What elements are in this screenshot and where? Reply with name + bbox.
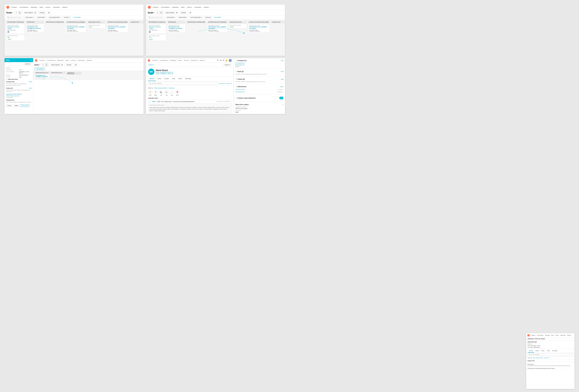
kanban-card-r4[interactable]: INACTIVE FOR 14 DAYS Bonjour: [229, 24, 247, 28]
nav-service-4[interactable]: Service ▾: [183, 60, 190, 61]
tab-activity[interactable]: Activity: [148, 77, 156, 81]
activity-header-0[interactable]: ▼ Email Email - RE: Jonathan Doe - Garan…: [148, 100, 231, 103]
search-input-1[interactable]: 🔍 Search name or desc...: [6, 16, 23, 18]
about-contact-header[interactable]: About this contact ✏: [235, 104, 284, 105]
close-icon[interactable]: ×: [30, 59, 31, 61]
tickets-add-right[interactable]: + Add: [280, 78, 284, 80]
pipeline-select-2[interactable]: Sales Pipeline: [164, 11, 178, 14]
breadcrumb-contacts-link[interactable]: Contacts: [148, 64, 153, 65]
action-call[interactable]: 📞 Call: [159, 90, 163, 96]
nav-marketing-2[interactable]: Marketing ▾: [171, 6, 180, 8]
attachment-link-0[interactable]: 20210911123189...: [235, 89, 246, 90]
action-note[interactable]: 📝 Note: [148, 90, 152, 96]
nav-conversations-3[interactable]: Conversations ▾: [46, 60, 56, 61]
company-add-right[interactable]: + Add: [280, 60, 284, 61]
tab-meetings[interactable]: Meetings: [184, 77, 193, 81]
deal-owner-filter[interactable]: Deal owner ▾: [24, 16, 35, 18]
association-email[interactable]: raffaella.grajam.group@...: [6, 95, 31, 96]
deal-owner-filter-2[interactable]: Deal owner ▾: [166, 16, 176, 18]
board-view-btn-2[interactable]: ⊞: [159, 11, 163, 14]
nav-sales-3[interactable]: Sales ▾: [65, 60, 70, 61]
kanban-card-r3[interactable]: INACTIVE FOR 14 DAYS RECHERCHE D'UN LOGE…: [207, 24, 227, 33]
kanban-card-5[interactable]: INACTIVE FOR 14 DAYS RECHERCHE D'UN LOGE…: [107, 24, 128, 33]
collapse-all-btn[interactable]: Collapse all: [225, 83, 232, 84]
more-filters-3[interactable]: + More filters: [34, 68, 45, 70]
last-activity-filter[interactable]: Last activity date ▾: [48, 16, 62, 18]
expand-all-btn[interactable]: Expand all: [219, 83, 224, 84]
contact-email[interactable]: mario.rossi@lorem-ipsum.ch: [156, 71, 173, 73]
board-view-btn[interactable]: ⊞: [18, 11, 21, 14]
about-deal-header[interactable]: ▼ About this deal: [6, 78, 31, 80]
attachments-toggle[interactable]: ▼: [235, 86, 237, 87]
kanban-card-r5[interactable]: INACTIVE FOR 14 DAYS RECHERCHE D'UN LOGE…: [248, 24, 270, 33]
nav-contacts-4[interactable]: Contacts ▾: [151, 60, 159, 61]
nav-sales-2[interactable]: Sales ▾: [180, 6, 186, 8]
all-deals-select-2[interactable]: All deals: [179, 11, 192, 14]
kanban-card-3[interactable]: INACTIVE FOR 14 DAYS RECHERCHE D'UN LOGE…: [66, 24, 86, 33]
attachment-close-0[interactable]: ×: [283, 89, 284, 90]
deals-add-right[interactable]: + Add: [280, 71, 284, 72]
nav-sales-4[interactable]: Sales ▾: [177, 60, 183, 61]
all-deals-select-3[interactable]: All deals: [65, 64, 77, 66]
nav-automation-2[interactable]: Automation ▾: [193, 6, 203, 8]
company-toggle[interactable]: ▼: [235, 60, 237, 61]
pipeline-select-3[interactable]: Sales Pipeline: [50, 64, 63, 66]
nav-reports-4[interactable]: Reports ▾: [199, 60, 205, 61]
tab-emails[interactable]: Emails: [163, 77, 170, 81]
amount-filter[interactable]: Amount ▾: [63, 16, 71, 18]
list-view-btn-2[interactable]: ☰: [156, 11, 159, 14]
all-deals-select-1[interactable]: All deals: [38, 11, 50, 14]
kanban-card-4[interactable]: INACTIVE FOR 14 DAYS Bonjour: [87, 24, 105, 28]
attachment-link-1[interactable]: 20210824164757...: [235, 91, 246, 93]
delete-btn[interactable]: Delete: [13, 104, 19, 107]
more-filters-2[interactable]: + More filters: [213, 17, 221, 18]
contact-company-link[interactable]: mario.rossi@lorem-ipsum.ch: [156, 73, 173, 74]
pipeline-select-1[interactable]: Sales Pipeline: [23, 11, 36, 14]
nav-conversations[interactable]: Conversations ▾: [19, 6, 30, 8]
user-avatar-nav[interactable]: U: [229, 59, 232, 62]
search-icon-nav[interactable]: 🔍: [217, 60, 219, 61]
nav-sales[interactable]: Sales ▾: [39, 6, 45, 8]
nav-reports-2[interactable]: Reports ▾: [203, 6, 210, 8]
board-view-btn-3[interactable]: ⊞: [45, 64, 48, 66]
kanban-card-r1[interactable]: INACTIVE FOR 5 DAYS Test Bonjour: [148, 34, 166, 41]
grid-icon-nav[interactable]: ⊞: [220, 60, 221, 61]
search-input-2[interactable]: 🔍 Search name or desc...: [148, 16, 165, 18]
nav-conversations-2[interactable]: Conversations ▾: [160, 6, 171, 8]
tab-notes[interactable]: Notes: [156, 77, 163, 81]
nav-marketing-4[interactable]: Marketing ▾: [169, 60, 177, 61]
nav-marketing-3[interactable]: Marketing ▾: [57, 60, 64, 61]
create-btn[interactable]: Create: [6, 104, 12, 107]
last-activity-filter-2[interactable]: Last activity date ▾: [189, 16, 203, 18]
contact-actions-btn[interactable]: Actions ▾: [223, 64, 231, 66]
help-btn[interactable]: Help: [279, 97, 284, 99]
company-name-link[interactable]: lorem.ipsum.ch: [235, 62, 284, 64]
nav-automation-3[interactable]: Automation ▾: [77, 60, 86, 61]
nav-service[interactable]: Service ▾: [45, 6, 52, 8]
nav-marketing[interactable]: Marketing ▾: [30, 6, 38, 8]
company-link2[interactable]: lorem.ipsum.ch: [235, 64, 284, 65]
company-add-link[interactable]: + Add: [28, 81, 31, 82]
list-view-btn-3[interactable]: ☰: [41, 64, 45, 66]
amount-filter-2[interactable]: Amount ▾: [204, 16, 213, 18]
attachment-close-1[interactable]: ×: [283, 91, 284, 93]
nav-automation[interactable]: Automation ▾: [52, 6, 61, 8]
activity-header-1[interactable]: ▶ Merge Merge 1 set 2021 at 10:56 GMT+2: [148, 114, 231, 114]
association-link[interactable]: Association Basel Reports: [6, 93, 31, 95]
kanban-card-2[interactable]: INACTIVE FOR 14 DAYS RECHERCHE D'UN LOGE…: [26, 24, 44, 33]
action-task[interactable]: ✓ Task: [170, 90, 174, 96]
attachments-add-right[interactable]: Add ▾: [280, 86, 284, 87]
nav-contacts[interactable]: Contacts ▾: [10, 6, 18, 8]
tickets-toggle[interactable]: ▼: [235, 78, 237, 80]
attribution-toggle[interactable]: ▼: [235, 97, 237, 99]
filter-activity-link[interactable]: Filter activity (19/22) ▾: [154, 87, 168, 89]
kanban-card-r0[interactable]: INACTIVE FOR 14 DAYS Admission / Prise d…: [148, 24, 166, 34]
tickets-add-link[interactable]: + Add: [28, 87, 31, 89]
kanban-card-0[interactable]: INACTIVE FOR 14 DAYS Admission / Prise d…: [6, 24, 25, 34]
kanban-card-r2[interactable]: INACTIVE FOR 14 DAYS RECHERCHE D'UN LOGE…: [167, 24, 185, 33]
nav-reports-3[interactable]: Reports ▾: [86, 60, 93, 61]
create-date-filter[interactable]: Create date ▾: [36, 16, 47, 18]
deals-toggle[interactable]: ▼: [235, 71, 237, 72]
nav-service-2[interactable]: Service ▾: [186, 6, 193, 8]
tab-calls[interactable]: Calls: [170, 77, 177, 81]
